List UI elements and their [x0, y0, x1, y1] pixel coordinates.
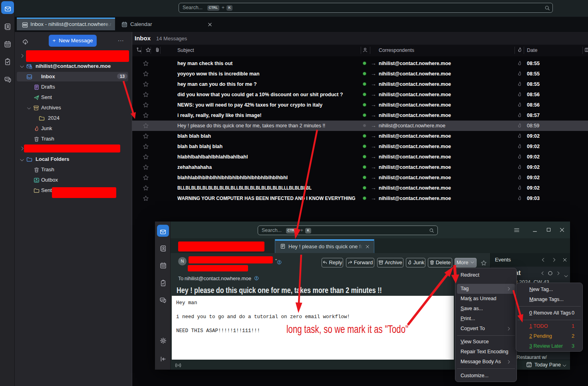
svg-text:26: 26	[528, 364, 530, 367]
